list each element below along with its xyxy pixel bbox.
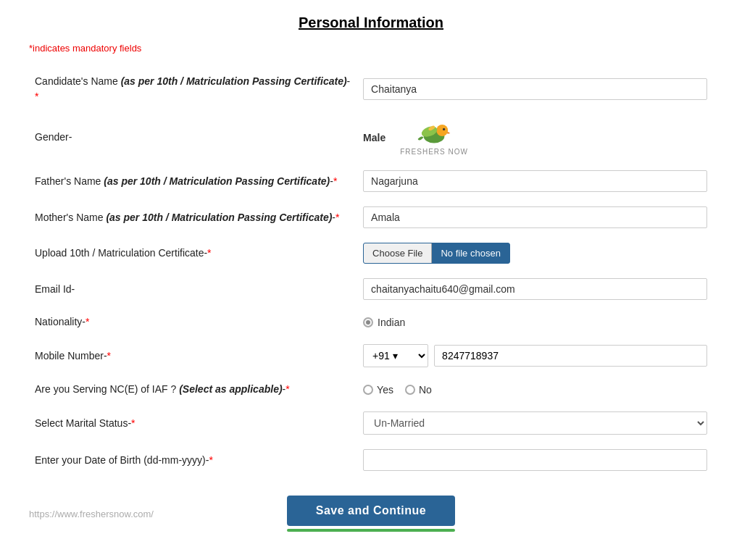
green-underline-decoration (287, 529, 456, 532)
freshers-logo: FRESHERS NOW (400, 119, 468, 156)
candidate-name-row: Candidate's Name (as per 10th / Matricul… (29, 67, 713, 112)
candidate-name-label: Candidate's Name (as per 10th / Matricul… (35, 75, 350, 102)
gender-row: Gender- Male (29, 112, 713, 163)
mobile-number-input[interactable] (434, 345, 707, 367)
svg-point-3 (443, 128, 445, 130)
upload-cert-row: Upload 10th / Matriculation Certificate-… (29, 235, 713, 271)
page-title: Personal Information (29, 14, 713, 31)
mother-name-label: Mother's Name (as per 10th / Matriculati… (35, 212, 339, 223)
father-name-input[interactable] (363, 170, 707, 192)
nationality-radio[interactable] (363, 317, 373, 327)
svg-point-1 (436, 125, 448, 136)
gender-value: Male (363, 132, 385, 143)
mandatory-note: *indicates mandatory fields (29, 43, 713, 54)
nationality-row: Nationality-* Indian (29, 307, 713, 337)
mother-name-input[interactable] (363, 206, 707, 228)
no-file-text: No file chosen (432, 243, 509, 263)
nationality-label: Nationality-* (35, 316, 89, 327)
save-btn-wrapper: Save and Continue (287, 496, 456, 532)
email-row: Email Id- (29, 271, 713, 307)
ncae-yes-label: Yes (377, 384, 393, 396)
mobile-row: Mobile Number-* +91 ▾ +1 +44 (29, 337, 713, 375)
footer-url: https://www.freshersnow.com/ (29, 509, 154, 519)
father-name-row: Father's Name (as per 10th / Matriculati… (29, 163, 713, 199)
marital-status-label: Select Marital Status-* (35, 417, 136, 429)
file-upload-wrapper: Choose File No file chosen (363, 243, 510, 264)
ncae-no-label: No (419, 384, 432, 396)
dob-input[interactable] (363, 449, 707, 471)
save-continue-button[interactable]: Save and Continue (287, 496, 456, 526)
ncae-yes-radio[interactable] (363, 385, 373, 395)
email-label: Email Id- (35, 283, 75, 295)
marital-status-select[interactable]: Un-Married Married Divorced Widowed (363, 411, 707, 435)
mother-name-row: Mother's Name (as per 10th / Matriculati… (29, 199, 713, 235)
upload-cert-label: Upload 10th / Matriculation Certificate-… (35, 247, 212, 259)
father-name-label: Father's Name (as per 10th / Matriculati… (35, 175, 337, 187)
mobile-label: Mobile Number-* (35, 350, 111, 362)
ncae-radio-group: Yes No (363, 384, 707, 396)
ncae-row: Are you Serving NC(E) of IAF ? (Select a… (29, 375, 713, 404)
dob-row: Enter your Date of Birth (dd-mm-yyyy)-* (29, 442, 713, 478)
ncae-no-option[interactable]: No (405, 384, 432, 396)
country-code-select[interactable]: +91 ▾ +1 +44 (363, 344, 428, 367)
ncae-label: Are you Serving NC(E) of IAF ? (Select a… (35, 383, 290, 395)
choose-file-button[interactable]: Choose File (364, 243, 432, 263)
footer: https://www.freshersnow.com/ Save and Co… (29, 496, 713, 532)
marital-status-row: Select Marital Status-* Un-Married Marri… (29, 404, 713, 442)
dob-label: Enter your Date of Birth (dd-mm-yyyy)-* (35, 454, 213, 466)
freshers-logo-text: FRESHERS NOW (400, 148, 468, 156)
ncae-yes-option[interactable]: Yes (363, 384, 393, 396)
email-input[interactable] (363, 278, 707, 300)
candidate-name-input[interactable] (363, 78, 707, 100)
gender-label: Gender- (35, 131, 72, 143)
ncae-no-radio[interactable] (405, 385, 415, 395)
nationality-value: Indian (378, 317, 405, 328)
